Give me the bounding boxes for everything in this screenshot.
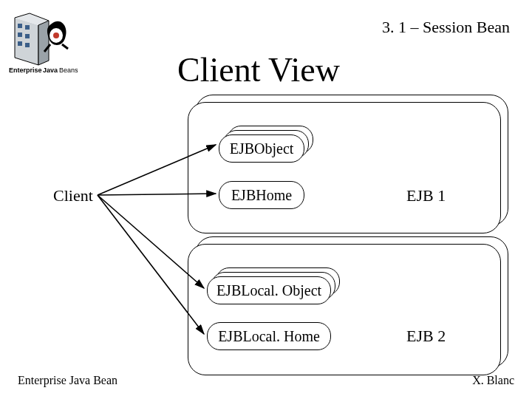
svg-text:Beans: Beans <box>59 66 78 74</box>
container-ejb2-inner <box>188 244 501 375</box>
svg-text:Enterprise: Enterprise <box>9 66 42 74</box>
section-header: 3. 1 – Session Bean <box>382 18 510 37</box>
ejb-object-box: EJBObject <box>219 134 304 163</box>
svg-rect-1 <box>25 25 30 30</box>
ejb1-label: EJB 1 <box>406 186 446 205</box>
svg-point-7 <box>53 33 59 38</box>
container-ejb1-inner <box>188 102 501 233</box>
ejb-logo: Enterprise Java Beans <box>7 9 81 75</box>
svg-rect-3 <box>25 34 30 38</box>
svg-text:Java: Java <box>43 66 58 74</box>
svg-rect-0 <box>18 24 22 28</box>
ejb-home-box: EJBHome <box>219 181 304 209</box>
footer-left: Enterprise Java Bean <box>18 374 117 387</box>
ejb2-label: EJB 2 <box>406 327 446 346</box>
client-label: Client <box>53 186 93 205</box>
svg-rect-5 <box>25 43 30 47</box>
ejb-local-object-stack: EJBLocal. Object <box>207 276 330 303</box>
page-title: Client View <box>177 50 340 89</box>
ejb-local-home-box: EJBLocal. Home <box>207 322 331 350</box>
ejb-local-object-box: EJBLocal. Object <box>207 276 331 304</box>
footer-right: X. Blanc <box>472 374 514 387</box>
svg-rect-2 <box>18 33 22 37</box>
slide: Enterprise Java Beans 3. 1 – Session Bea… <box>0 0 532 399</box>
svg-rect-4 <box>18 41 22 46</box>
ejb-object-stack: EJBObject <box>219 134 303 161</box>
